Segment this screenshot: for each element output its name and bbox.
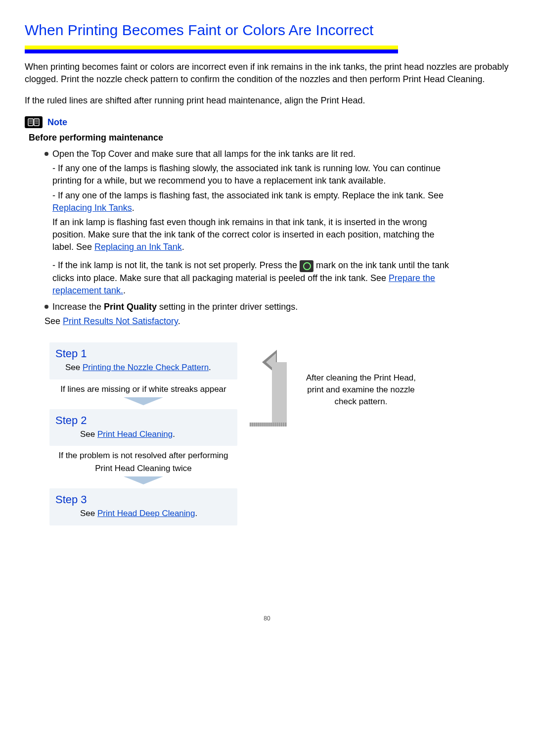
step-3-title: Step 3 <box>55 492 231 508</box>
svg-rect-4 <box>34 119 39 126</box>
note-icon <box>25 116 43 128</box>
intro-paragraph-2: If the ruled lines are shifted after run… <box>25 94 509 107</box>
step1-post: . <box>209 363 211 372</box>
bullet2-sub-post: . <box>178 316 180 326</box>
bullet1-sub4-pre: - If the ink lamp is not lit, the tank i… <box>52 260 300 270</box>
bullet1-sub2: - If any one of the lamps is flashing fa… <box>52 189 450 214</box>
bullet1-main-text: Open the Top Cover and make sure that al… <box>52 149 356 159</box>
bullet1-sub3: If an ink lamp is flashing fast even tho… <box>52 216 450 254</box>
step-1-title: Step 1 <box>55 346 231 362</box>
bullet1-sub2-post: . <box>132 203 134 213</box>
flow-text-1: If lines are missing or if white streaks… <box>49 383 237 395</box>
before-maintenance-heading: Before performing maintenance <box>29 132 509 144</box>
loop-description: After cleaning the Print Head, print and… <box>302 342 420 525</box>
replacing-an-ink-tank-link[interactable]: Replacing an Ink Tank <box>94 242 182 252</box>
page-title: When Printing Becomes Faint or Colors Ar… <box>25 20 509 41</box>
step2-pre: See <box>80 429 97 439</box>
bullet2-sub-pre: See <box>44 316 63 326</box>
bullet1-sub4: - If the ink lamp is not lit, the tank i… <box>52 259 450 297</box>
bullet-item-2: Increase the Print Quality setting in th… <box>44 301 450 328</box>
step2-post: . <box>173 429 175 439</box>
bullet1-sub3-post: . <box>182 242 184 252</box>
intro-paragraph-1: When printing becomes faint or colors ar… <box>25 61 509 86</box>
push-mark-icon <box>300 260 313 272</box>
note-label: Note <box>47 116 67 129</box>
flow-text-2b: Print Head Cleaning twice <box>49 463 237 474</box>
step-1-box: Step 1 See Printing the Nozzle Check Pat… <box>49 342 237 379</box>
step-3-box: Step 3 See Print Head Deep Cleaning. <box>49 488 237 525</box>
flow-text-2a: If the problem is not resolved after per… <box>49 450 237 462</box>
note-header: Note <box>25 116 509 129</box>
step-2-box: Step 2 See Print Head Cleaning. <box>49 409 237 446</box>
step3-pre: See <box>80 509 97 518</box>
bullet2-sub: See Print Results Not Satisfactory. <box>44 315 450 328</box>
print-head-cleaning-link[interactable]: Print Head Cleaning <box>97 429 173 439</box>
print-head-deep-cleaning-link[interactable]: Print Head Deep Cleaning <box>97 509 195 518</box>
title-divider <box>25 46 398 53</box>
page-number: 80 <box>25 614 509 623</box>
bullet1-sub4-post: . <box>123 285 126 295</box>
print-results-not-satisfactory-link[interactable]: Print Results Not Satisfactory <box>63 316 178 326</box>
flowchart: Step 1 See Printing the Nozzle Check Pat… <box>49 342 509 525</box>
bullet2-bold: Print Quality <box>104 302 157 312</box>
bullet-item-1: Open the Top Cover and make sure that al… <box>44 148 450 297</box>
svg-rect-0 <box>28 119 33 126</box>
bullet1-sub2-pre: - If any one of the lamps is flashing fa… <box>52 190 444 200</box>
bullet2-post: setting in the printer driver settings. <box>157 302 298 312</box>
arrow-down-icon-2 <box>124 476 163 484</box>
bullet1-sub1: - If any one of the lamps is flashing sl… <box>52 162 450 187</box>
loop-arrow-container <box>242 342 297 525</box>
step3-post: . <box>195 509 198 518</box>
replacing-ink-tanks-link[interactable]: Replacing Ink Tanks <box>52 203 132 213</box>
arrow-down-icon-1 <box>124 397 163 405</box>
step-2-title: Step 2 <box>55 413 231 428</box>
nozzle-check-pattern-link[interactable]: Printing the Nozzle Check Pattern <box>83 363 209 372</box>
step1-pre: See <box>65 363 83 372</box>
bullet2-pre: Increase the <box>52 302 104 312</box>
